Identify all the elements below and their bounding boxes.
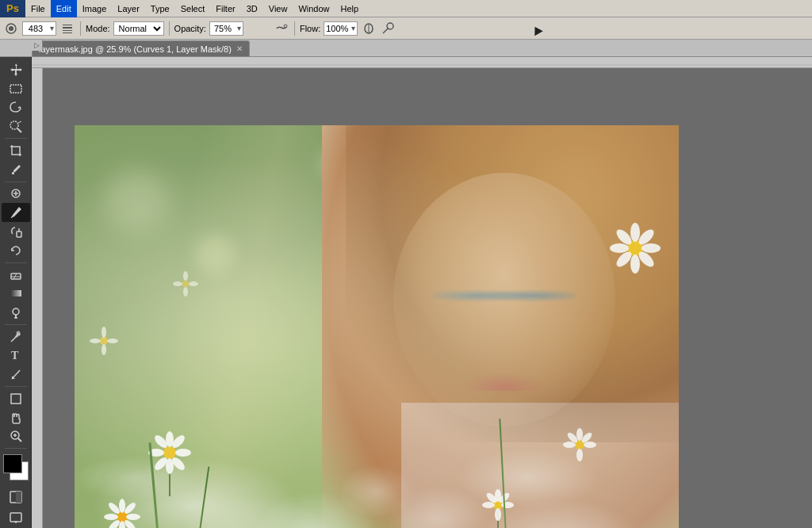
mode-select[interactable]: Normal Multiply Screen Overlay [113,21,164,36]
svg-line-10 [383,28,389,33]
foreground-color-swatch[interactable] [3,454,22,473]
menu-select[interactable]: Select [175,0,211,17]
tool-screen-mode[interactable] [2,507,30,528]
opacity-box[interactable]: 75% ▾ [209,21,243,36]
airbrush-icon[interactable] [274,21,289,36]
tool-pen[interactable] [2,327,30,346]
svg-line-14 [18,121,21,123]
tool-path-select[interactable] [2,365,30,384]
svg-line-33 [18,438,21,442]
flow-arrows[interactable]: ▾ [350,24,357,33]
menu-filter[interactable]: Filter [210,0,240,17]
menu-image[interactable]: Image [77,0,113,17]
menu-layer[interactable]: Layer [112,0,145,17]
svg-rect-2 [63,27,72,29]
tool-zoom[interactable] [2,427,30,446]
ruler-h-ticks [32,57,812,68]
cursor-arrow-icon [530,24,542,36]
separator-1 [80,21,81,36]
separator-3 [294,21,295,36]
tool-separator-2 [5,182,27,182]
options-bar: 483 ▾ Mode: Normal Multiply Screen Overl… [0,17,812,40]
svg-rect-11 [10,85,21,93]
tool-clone[interactable] [2,222,30,241]
tool-separator-1 [5,138,27,139]
svg-rect-24 [10,290,21,297]
tool-dodge[interactable] [2,303,30,322]
flow-label: Flow: [300,24,320,33]
opacity-arrows[interactable]: ▾ [236,24,243,33]
tool-eyedropper[interactable] [2,160,30,179]
canvas-container[interactable] [75,125,679,528]
menu-edit[interactable]: Edit [51,0,77,17]
svg-rect-4 [63,30,72,31]
svg-rect-31 [11,394,21,404]
tool-marquee-rect[interactable] [2,79,30,98]
svg-rect-5 [63,33,72,33]
flow-input[interactable]: 100% [324,22,350,35]
extra-tools [2,487,30,528]
toolbar: T [0,57,32,528]
svg-point-12 [10,121,18,129]
svg-rect-19 [17,231,21,237]
svg-rect-37 [16,492,21,503]
color-selector [2,454,30,480]
menu-help[interactable]: Help [335,0,365,17]
tool-separator-4 [5,324,27,325]
tab-panel-icon[interactable]: ▷ [32,40,43,51]
canvas-area[interactable] [32,57,812,528]
tool-quick-mask[interactable] [2,487,30,507]
svg-line-13 [17,128,21,132]
tablet-icon[interactable] [380,21,396,36]
brush-size-box[interactable]: 483 ▾ [22,21,56,36]
svg-rect-38 [10,513,21,522]
tool-gradient[interactable] [2,284,30,303]
canvas-image[interactable] [75,125,679,528]
svg-point-25 [13,308,19,315]
opacity-label: Opacity: [174,24,206,33]
svg-rect-3 [63,25,72,25]
tool-lasso[interactable] [2,98,30,117]
main-area: T [0,57,812,528]
mode-label: Mode: [86,24,110,33]
menu-file[interactable]: File [25,0,51,17]
tool-quick-select[interactable] [2,117,30,136]
tool-move[interactable] [2,60,30,79]
tool-type[interactable]: T [2,346,30,365]
tool-history[interactable] [2,241,30,260]
menu-3d[interactable]: 3D [241,0,263,17]
tool-hand[interactable] [2,408,30,427]
tool-separator-5 [5,386,27,387]
tool-crop[interactable] [2,141,30,160]
ps-logo: Ps [0,0,25,17]
tool-eraser[interactable] [2,265,30,284]
tool-healing[interactable] [2,184,30,203]
menu-view[interactable]: View [263,0,293,17]
tab-bar: ▷ layermask.jpg @ 25.9% (Curves 1, Layer… [0,40,812,57]
ruler-vertical [32,68,43,528]
flow-box[interactable]: 100% ▾ [324,21,358,36]
tool-shape[interactable] [2,389,30,408]
opacity-arrow-area [247,20,270,37]
opacity-input[interactable]: 75% [210,22,236,35]
tool-separator-6 [5,448,27,449]
menu-window[interactable]: Window [293,0,335,17]
separator-2 [169,21,170,36]
brush-preset-picker[interactable] [3,21,19,36]
brush-settings-icon[interactable] [59,21,75,36]
brush-size-input[interactable]: 483 [23,22,48,35]
tool-brush[interactable] [2,203,30,222]
menu-type[interactable]: Type [145,0,175,17]
tab-filename: layermask.jpg @ 25.9% (Curves 1, Layer M… [39,44,232,54]
curves-adjustment-overlay [75,125,679,528]
stylus-pressure-icon[interactable] [361,21,377,36]
svg-rect-15 [12,172,14,174]
brush-size-arrows[interactable]: ▾ [48,24,56,33]
tab-close-button[interactable]: ✕ [236,44,243,53]
svg-point-1 [9,26,13,31]
tool-separator-3 [5,262,27,263]
menubar: Ps File Edit Image Layer Type Select Fil… [0,0,812,17]
ruler-horizontal [32,57,812,68]
svg-text:T: T [11,350,19,362]
document-tab[interactable]: layermask.jpg @ 25.9% (Curves 1, Layer M… [32,40,250,56]
